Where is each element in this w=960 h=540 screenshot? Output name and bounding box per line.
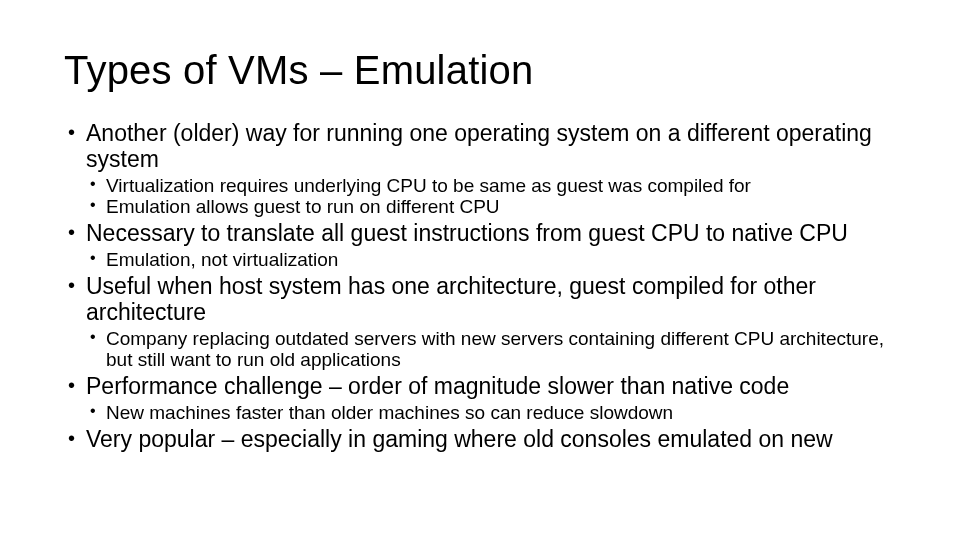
bullet-text: New machines faster than older machines … [106, 402, 673, 423]
list-item: Another (older) way for running one oper… [64, 121, 896, 217]
list-item: Necessary to translate all guest instruc… [64, 221, 896, 270]
list-item: Virtualization requires underlying CPU t… [86, 175, 896, 196]
list-item: New machines faster than older machines … [86, 402, 896, 423]
bullet-text: Necessary to translate all guest instruc… [86, 220, 848, 246]
bullet-text: Emulation, not virtualization [106, 249, 338, 270]
bullet-text: Virtualization requires underlying CPU t… [106, 175, 751, 196]
list-item: Emulation allows guest to run on differe… [86, 196, 896, 217]
sub-list: Emulation, not virtualization [86, 249, 896, 270]
bullet-text: Company replacing outdated servers with … [106, 328, 884, 370]
bullet-text: Performance challenge – order of magnitu… [86, 373, 789, 399]
bullet-text: Useful when host system has one architec… [86, 273, 816, 325]
list-item: Company replacing outdated servers with … [86, 328, 896, 371]
slide-title: Types of VMs – Emulation [64, 48, 896, 93]
sub-list: New machines faster than older machines … [86, 402, 896, 423]
list-item: Useful when host system has one architec… [64, 274, 896, 370]
list-item: Performance challenge – order of magnitu… [64, 374, 896, 423]
bullet-text: Another (older) way for running one oper… [86, 120, 872, 172]
bullet-text: Very popular – especially in gaming wher… [86, 426, 833, 452]
bullet-text: Emulation allows guest to run on differe… [106, 196, 500, 217]
list-item: Emulation, not virtualization [86, 249, 896, 270]
slide: Types of VMs – Emulation Another (older)… [0, 0, 960, 540]
sub-list: Virtualization requires underlying CPU t… [86, 175, 896, 218]
list-item: Very popular – especially in gaming wher… [64, 427, 896, 453]
sub-list: Company replacing outdated servers with … [86, 328, 896, 371]
bullet-list: Another (older) way for running one oper… [64, 121, 896, 453]
